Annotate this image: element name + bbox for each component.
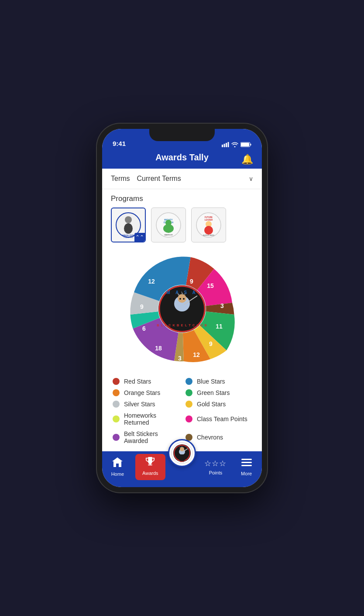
svg-rect-2 [226, 143, 227, 147]
legend-label-gold: Gold Stars [197, 401, 226, 408]
legend-item-green: Green Stars [185, 389, 251, 396]
future-leader-icon: FUTURE LEADER SUPER HERO [196, 212, 222, 238]
program-mighty-dragon[interactable]: MIGHTY DRAGON WARRIOR [151, 208, 186, 242]
points-icon: ☆☆☆ [204, 459, 227, 468]
chart-area: M A S A B L A C K B E L T C L U B [102, 248, 262, 374]
battery-icon [240, 142, 251, 147]
svg-rect-1 [224, 144, 225, 147]
program-selected-icon: ⌃⌃ [134, 233, 145, 242]
legend-dot-red [113, 378, 120, 385]
signal-icon [222, 142, 229, 147]
label-teal: 6 [142, 325, 146, 332]
svg-text:WARRIOR: WARRIOR [164, 234, 172, 236]
phone-screen: 9:41 [102, 129, 262, 487]
label-pink: 15 [207, 282, 214, 289]
program-future-leader[interactable]: FUTURE LEADER SUPER HERO [191, 208, 226, 242]
status-icons [222, 142, 251, 147]
legend-label-silver: Silver Stars [124, 401, 155, 408]
chevron-down-icon: ∨ [249, 175, 253, 182]
pie-chart-svg: M A S A B L A C K B E L T C L U B [125, 252, 239, 366]
label-silver: 9 [140, 303, 144, 310]
svg-rect-37 [241, 465, 252, 466]
pie-chart: M A S A B L A C K B E L T C L U B [125, 252, 239, 366]
legend-dot-classteam [185, 415, 192, 422]
label-green: 11 [216, 323, 223, 330]
status-time: 9:41 [113, 140, 126, 147]
label-brown: 3 [220, 302, 224, 309]
svg-text:BBC: BBC [180, 460, 184, 463]
notification-bell-icon[interactable]: 🔔 [241, 154, 253, 165]
programs-section: Programs NINJA GYM CHAMPION [102, 189, 262, 248]
legend-label-blue: Blue Stars [197, 378, 225, 385]
svg-text:FUTURE: FUTURE [205, 216, 213, 218]
nav-home-label: Home [111, 471, 124, 477]
nav-more[interactable]: More [234, 458, 260, 476]
mascot-eye-l [179, 298, 181, 300]
awards-icon [145, 457, 155, 469]
center-logo-svg: BBC [171, 442, 193, 464]
terms-value: Current Terms [137, 175, 181, 183]
legend-item-gold: Gold Stars [185, 401, 251, 408]
svg-point-10 [124, 223, 133, 234]
programs-title: Programs [111, 194, 253, 203]
legend-item-homework: Homeworks Returned [113, 412, 179, 426]
legend-item-orange: Orange Stars [113, 389, 179, 396]
legend-item-chevrons: Chevrons [185, 430, 251, 444]
nav-center-logo: BBC [170, 441, 194, 465]
label-purple: 18 [155, 345, 162, 352]
legend-dot-blue [185, 378, 192, 385]
bbc-text: B L A C K B E L T C L U B [157, 323, 207, 327]
label-red: 9 [190, 278, 193, 285]
mighty-dragon-icon: MIGHTY DRAGON WARRIOR [155, 212, 182, 238]
legend-label-classteam: Class Team Points [197, 415, 247, 422]
label-gold: 9 [209, 340, 213, 347]
label-orange: 12 [193, 351, 200, 358]
legend-label-chevrons: Chevrons [197, 434, 223, 441]
home-icon [112, 457, 123, 470]
legend-item-classteam: Class Team Points [185, 412, 251, 426]
legend-item-belt: Belt Stickers Awarded [113, 430, 179, 444]
trophy-svg [145, 457, 155, 466]
notch [149, 129, 215, 141]
svg-text:SUPER HERO: SUPER HERO [203, 234, 214, 236]
home-svg [112, 457, 123, 467]
svg-text:CHAMPION: CHAMPION [124, 237, 133, 238]
label-blue: 12 [148, 278, 155, 285]
nav-center-button[interactable]: BBC [168, 439, 196, 467]
nav-more-label: More [241, 471, 252, 476]
legend-label-red: Red Stars [124, 378, 151, 385]
svg-rect-36 [241, 462, 252, 463]
legend-dot-orange [113, 389, 120, 396]
terms-row: Terms Current Terms ∨ [102, 169, 262, 189]
legend-dot-silver [113, 401, 120, 408]
wifi-icon [231, 142, 238, 147]
mascot-eye-r [183, 298, 185, 300]
legend-dot-homework [113, 415, 120, 422]
phone-frame: 9:41 [97, 124, 267, 492]
svg-rect-35 [241, 459, 252, 460]
legend-dot-belt [113, 434, 120, 441]
svg-point-25 [204, 226, 213, 235]
terms-select[interactable]: Current Terms ∨ [137, 175, 253, 183]
svg-rect-3 [228, 142, 229, 147]
nav-awards[interactable]: Awards [135, 454, 165, 480]
menu-svg [241, 459, 252, 467]
nav-home[interactable]: Home [104, 457, 130, 477]
program-ninja-gym[interactable]: NINJA GYM CHAMPION ⌃⌃ [111, 208, 146, 242]
label-tan: 3 [178, 355, 182, 362]
app-header: Awards Tally 🔔 [102, 150, 262, 169]
legend-label-homework: Homeworks Returned [124, 412, 179, 426]
legend-label-green: Green Stars [197, 389, 230, 396]
bottom-nav: BBC Home Awards [102, 451, 262, 487]
svg-text:LEADER: LEADER [205, 219, 213, 221]
nav-points-label: Points [209, 470, 223, 475]
legend-item-silver: Silver Stars [113, 401, 179, 408]
legend-item-red: Red Stars [113, 378, 179, 385]
nav-points[interactable]: ☆☆☆ Points [203, 459, 229, 475]
svg-point-18 [165, 220, 172, 226]
nav-awards-label: Awards [142, 471, 158, 476]
svg-point-9 [125, 216, 132, 223]
legend-label-belt: Belt Stickers Awarded [124, 430, 179, 444]
svg-rect-0 [222, 145, 223, 147]
legend-dot-gold [185, 401, 192, 408]
